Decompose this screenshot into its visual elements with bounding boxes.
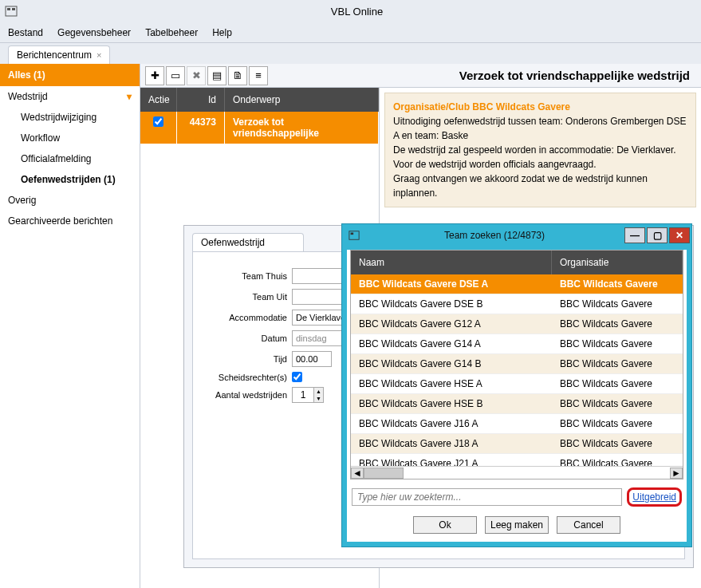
scroll-thumb[interactable] [364,468,404,479]
list-row[interactable]: BBC Wildcats Gavere HSE BBBC Wildcats Ga… [351,394,683,414]
row-action-checkbox[interactable] [153,116,163,127]
cell-organisatie: BBC Wildcats Gavere [552,354,683,373]
cell-naam: BBC Wildcats Gavere DSE B [351,294,552,314]
sidebar-group-label: Overig [8,195,36,206]
tijd-field[interactable] [292,351,332,367]
close-button[interactable]: ✕ [669,227,690,243]
datum-field[interactable] [292,330,348,346]
dialog-body: Naam Organisatie BBC Wildcats Gavere DSE… [347,250,687,542]
tab-label: Berichtencentrum [17,49,92,61]
list-row[interactable]: BBC Wildcats Gavere J21 ABBC Wildcats Ga… [351,454,683,466]
sidebar-item-archief[interactable]: Gearchiveerde berichten [0,211,140,231]
cancel-button[interactable]: Cancel [557,516,620,534]
list-row[interactable]: BBC Wildcats Gavere J18 ABBC Wildcats Ga… [351,434,683,454]
cancel-button[interactable]: ✖ [187,66,206,85]
tab-oefenwedstrijd[interactable]: Oefenwedstrijd [192,233,304,251]
uitgebreid-link[interactable]: Uitgebreid [632,491,676,503]
cell-naam: BBC Wildcats Gavere G12 A [351,314,552,333]
menu-help[interactable]: Help [212,27,232,38]
ok-button[interactable]: Ok [413,516,477,534]
page-title: Verzoek tot vriendschappelijke wedstrijd [459,69,696,82]
svg-rect-0 [6,6,17,16]
menu-gegevensbeheer[interactable]: Gegevensbeheer [57,27,131,38]
team-list: Naam Organisatie BBC Wildcats Gavere DSE… [350,250,683,479]
close-tab-icon[interactable]: × [96,50,101,60]
tab-berichtencentrum[interactable]: Berichtencentrum × [8,45,110,64]
sidebar: Alles (1) Wedstrijd ▾ Wedstrijdwijziging… [0,64,140,588]
scheidsrechter-checkbox[interactable] [292,372,302,382]
label-datum: Datum [204,333,292,343]
list-row[interactable]: BBC Wildcats Gavere J16 ABBC Wildcats Ga… [351,414,683,434]
minimize-button[interactable]: — [624,227,645,243]
dialog-titlebar[interactable]: Team zoeken (12/4873) — ▢ ✕ [342,224,691,247]
cell-organisatie: BBC Wildcats Gavere [552,374,683,393]
search-row: Uitgebreid [347,483,687,511]
toolbar: ✚ ▭ ✖ ▤ 🗎 ≡ Verzoek tot vriendschappelij… [140,64,701,88]
message-box: Organisatie/Club BBC Wildcats Gavere Uit… [384,93,696,207]
col-header-onderwerp[interactable]: Onderwerp [225,88,379,112]
sidebar-item-workflow[interactable]: Workflow [0,128,140,148]
cell-naam: BBC Wildcats Gavere G14 B [351,354,552,373]
svg-rect-2 [12,8,15,10]
list-header: Naam Organisatie [351,251,683,274]
cell-naam: BBC Wildcats Gavere J18 A [351,434,552,453]
grid-header: Actie Id Onderwerp [140,88,379,112]
grid-row[interactable]: 44373 Verzoek tot vriendschappelijke [140,112,379,144]
cell-organisatie: BBC Wildcats Gavere [552,334,683,353]
cell-organisatie: BBC Wildcats Gavere [552,274,683,294]
team-zoeken-dialog: Team zoeken (12/4873) — ▢ ✕ Naam Organis… [341,223,692,547]
menu-bestand[interactable]: Bestand [8,27,43,38]
col-naam[interactable]: Naam [351,251,552,274]
spin-up-icon[interactable]: ▲ [313,388,323,395]
sidebar-item-officialafmelding[interactable]: Officialafmelding [0,148,140,169]
svg-rect-1 [7,8,10,10]
col-header-actie[interactable]: Actie [140,88,177,112]
cell-organisatie: BBC Wildcats Gavere [552,314,683,333]
cell-naam: BBC Wildcats Gavere J21 A [351,454,552,466]
list-row[interactable]: BBC Wildcats Gavere G14 ABBC Wildcats Ga… [351,334,683,354]
cell-naam: BBC Wildcats Gavere HSE B [351,394,552,413]
col-header-id[interactable]: Id [177,88,225,112]
list-row[interactable]: BBC Wildcats Gavere G14 BBBC Wildcats Ga… [351,354,683,374]
search-input[interactable] [352,488,622,506]
leegmaken-button[interactable]: Leeg maken [485,516,549,534]
document-button[interactable]: 🗎 [228,66,247,85]
maximize-button[interactable]: ▢ [647,227,668,243]
list-row[interactable]: BBC Wildcats Gavere DSE BBBC Wildcats Ga… [351,294,683,314]
menu-tabelbeheer[interactable]: Tabelbeheer [145,27,198,38]
list-row[interactable]: BBC Wildcats Gavere DSE ABBC Wildcats Ga… [351,274,683,294]
cell-organisatie: BBC Wildcats Gavere [552,434,683,453]
scroll-right-icon[interactable]: ► [670,468,683,479]
label-team-uit: Team Uit [204,292,292,302]
cell-organisatie: BBC Wildcats Gavere [552,294,683,314]
msg-line: Uitnodiging oefenwedstrijd tussen team: … [393,114,687,143]
label-scheidsrechter: Scheidsrechter(s) [204,373,292,382]
sidebar-group-wedstrijd[interactable]: Wedstrijd ▾ [0,86,140,107]
list-row[interactable]: BBC Wildcats Gavere G12 ABBC Wildcats Ga… [351,314,683,334]
list-row[interactable]: BBC Wildcats Gavere HSE ABBC Wildcats Ga… [351,374,683,394]
dialog-icon [349,230,360,241]
horizontal-scrollbar[interactable]: ◄ ► [351,466,683,479]
label-team-thuis: Team Thuis [204,271,292,281]
more-button[interactable]: ≡ [249,66,268,85]
row-onderwerp: Verzoek tot vriendschappelijke [225,112,379,144]
cell-organisatie: BBC Wildcats Gavere [552,394,683,413]
spin-down-icon[interactable]: ▼ [313,395,323,402]
sidebar-item-wedstrijdwijziging[interactable]: Wedstrijdwijziging [0,107,140,128]
sidebar-item-oefenwedstrijden[interactable]: Oefenwedstrijden (1) [0,169,140,190]
aantal-stepper[interactable]: 1 ▲ ▼ [292,387,324,403]
save-button[interactable]: ▭ [166,66,185,85]
msg-line: Graag ontvangen we akkoord zodat we de w… [393,172,687,200]
col-organisatie[interactable]: Organisatie [552,251,683,274]
msg-line: De wedstrijd zal gespeeld worden in acco… [393,143,687,157]
scroll-left-icon[interactable]: ◄ [351,468,364,479]
document-tabstrip: Berichtencentrum × [0,43,701,64]
app-icon [5,5,18,18]
list-body[interactable]: BBC Wildcats Gavere DSE ABBC Wildcats Ga… [351,274,683,466]
add-button[interactable]: ✚ [145,66,164,85]
sidebar-group-overig[interactable]: Overig [0,190,140,211]
label-accommodatie: Accommodatie [204,313,292,322]
sidebar-all[interactable]: Alles (1) [0,64,140,86]
notes-button[interactable]: ▤ [207,66,226,85]
chevron-down-icon: ▾ [127,91,132,102]
